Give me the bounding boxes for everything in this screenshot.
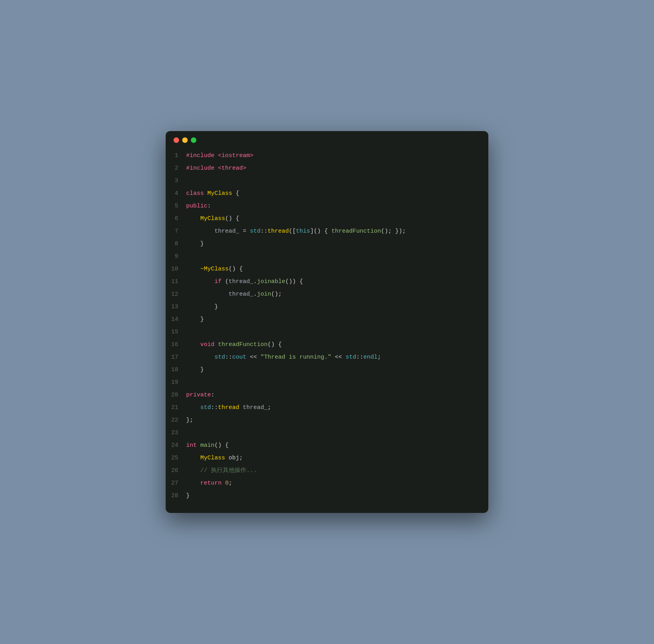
token: ~MyClass xyxy=(200,266,229,272)
code-line: 9 xyxy=(166,252,488,264)
code-line: 7 thread_ = std::thread([this]() { threa… xyxy=(166,226,488,239)
code-editor: 1#include <iostream>2#include <thread>3 … xyxy=(166,148,488,513)
token: return xyxy=(200,480,222,487)
editor-window: 1#include <iostream>2#include <thread>3 … xyxy=(166,131,488,513)
token: :: xyxy=(260,228,268,235)
token: thread xyxy=(218,404,239,411)
token: } xyxy=(186,366,204,373)
code-line: 23 xyxy=(166,428,488,440)
line-content: MyClass obj; xyxy=(186,453,243,463)
code-line: 26 // 执行其他操作... xyxy=(166,466,488,478)
line-content: } xyxy=(186,302,218,312)
line-content: int main() { xyxy=(186,441,229,450)
code-line: 4class MyClass { xyxy=(166,189,488,201)
token: "Thread is running." xyxy=(260,354,331,361)
line-number: 9 xyxy=(166,253,186,260)
token: std xyxy=(200,404,211,411)
line-number: 27 xyxy=(166,480,186,487)
token: obj; xyxy=(225,455,243,461)
token xyxy=(186,266,200,272)
line-content: } xyxy=(186,315,204,324)
token: if xyxy=(214,278,222,285)
token: { xyxy=(232,190,239,197)
token: : xyxy=(211,392,214,398)
code-line: 3 xyxy=(166,176,488,189)
token: ([ xyxy=(289,228,296,235)
line-content: std::cout << "Thread is running." << std… xyxy=(186,353,381,362)
minimize-button[interactable] xyxy=(182,137,188,143)
token xyxy=(186,404,200,411)
line-number: 2 xyxy=(166,165,186,172)
code-line: 21 std::thread thread_; xyxy=(166,403,488,415)
line-content: return 0; xyxy=(186,479,232,488)
line-content xyxy=(186,378,190,387)
token: () { xyxy=(268,341,282,348)
code-line: 19 xyxy=(166,378,488,390)
token: :: xyxy=(211,404,218,411)
line-content: // 执行其他操作... xyxy=(186,466,257,476)
line-content: } xyxy=(186,365,204,375)
line-number: 20 xyxy=(166,392,186,398)
token: threadFunction xyxy=(331,228,381,235)
token xyxy=(197,442,200,449)
token: :: xyxy=(225,354,232,361)
token xyxy=(186,215,200,222)
line-number: 28 xyxy=(166,492,186,499)
token: } xyxy=(186,241,204,247)
line-number: 4 xyxy=(166,190,186,197)
token: }; xyxy=(186,417,193,424)
token xyxy=(222,480,225,487)
line-number: 12 xyxy=(166,291,186,298)
token: ) { xyxy=(317,228,331,235)
line-content xyxy=(186,252,190,261)
token: } xyxy=(186,303,218,310)
token: :: xyxy=(356,354,363,361)
line-content: ~MyClass() { xyxy=(186,265,243,274)
line-number: 1 xyxy=(166,152,186,159)
code-line: 17 std::cout << "Thread is running." << … xyxy=(166,352,488,365)
token: public xyxy=(186,203,207,209)
line-number: 17 xyxy=(166,354,186,361)
titlebar xyxy=(166,131,488,148)
token: () { xyxy=(214,442,229,449)
token: : xyxy=(207,203,211,209)
token: std xyxy=(345,354,356,361)
token: void xyxy=(200,341,214,348)
token: threadFunction xyxy=(218,341,268,348)
maximize-button[interactable] xyxy=(191,137,196,143)
line-number: 25 xyxy=(166,455,186,461)
token: endl xyxy=(363,354,377,361)
line-number: 7 xyxy=(166,228,186,235)
token: . xyxy=(253,278,257,285)
code-line: 16 void threadFunction() { xyxy=(166,340,488,352)
token: join xyxy=(257,291,271,298)
close-button[interactable] xyxy=(174,137,179,143)
code-line: 20private: xyxy=(166,390,488,403)
token: } xyxy=(186,492,190,499)
code-line: 8 } xyxy=(166,239,488,252)
line-content: #include <thread> xyxy=(186,164,246,173)
code-line: 1#include <iostream> xyxy=(166,151,488,163)
token: MyClass xyxy=(200,455,225,461)
token: thread_ xyxy=(243,404,268,411)
token: << xyxy=(246,354,260,361)
line-content: thread_ = std::thread([this]() { threadF… xyxy=(186,227,406,236)
token xyxy=(214,341,218,348)
token xyxy=(186,480,200,487)
token: int xyxy=(186,442,197,449)
token: ; xyxy=(377,354,381,361)
line-number: 15 xyxy=(166,329,186,335)
token xyxy=(186,278,214,285)
line-content: MyClass() { xyxy=(186,214,239,224)
code-line: 22}; xyxy=(166,415,488,428)
code-line: 5public: xyxy=(166,201,488,214)
token: (); xyxy=(271,291,282,298)
token: std xyxy=(214,354,225,361)
line-number: 21 xyxy=(166,404,186,411)
token: this xyxy=(296,228,310,235)
code-line: 11 if (thread_.joinable()) { xyxy=(166,277,488,289)
code-line: 24int main() { xyxy=(166,440,488,453)
token: } xyxy=(186,316,204,323)
code-line: 28} xyxy=(166,491,488,503)
token: ; xyxy=(268,404,271,411)
